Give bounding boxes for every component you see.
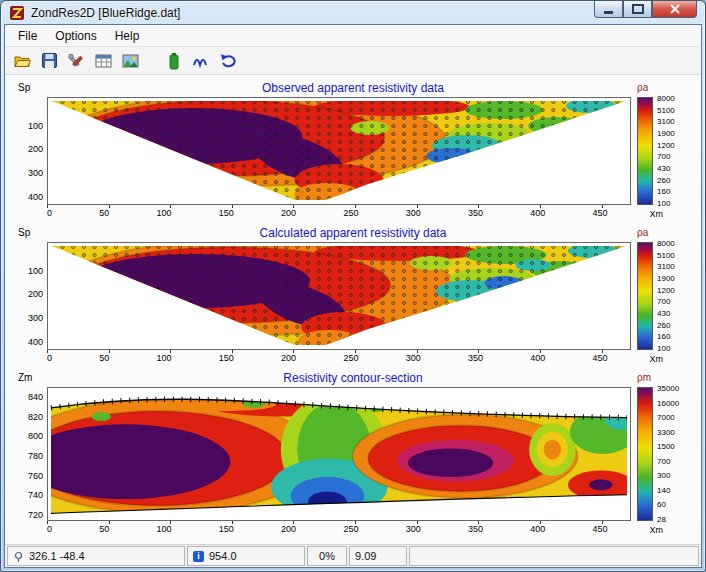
calculated-pseudosection-plot[interactable] [47, 242, 631, 350]
window-title: ZondRes2D [BlueRidge.dat] [31, 6, 180, 20]
model-x-axis: 050100150200250300350400450 Xm [47, 521, 631, 538]
tools-button[interactable] [65, 50, 87, 72]
titlebar[interactable]: ZondRes2D [BlueRidge.dat] [1, 1, 705, 24]
x-tick-label: 150 [219, 208, 234, 218]
x-tick-label: 50 [99, 524, 109, 534]
y-tick-label: 400 [28, 337, 43, 347]
y-tick-label: 200 [28, 144, 43, 154]
calculated-x-axis-label: Xm [650, 354, 664, 364]
calculated-colorbar-gradient[interactable] [637, 242, 653, 350]
status-value-cell: i 954.0 [187, 546, 305, 566]
observed-pseudosection-plot[interactable] [47, 97, 631, 205]
tools-icon [67, 52, 85, 70]
colorbar-tick-label: 5100 [657, 251, 675, 260]
colorbar-tick-label: 35000 [657, 384, 679, 393]
observed-y-ticks: 100200300400 [28, 121, 43, 202]
menu-file[interactable]: File [9, 27, 46, 45]
colorbar-tick-label: 28 [657, 515, 679, 524]
undo-button[interactable] [217, 50, 239, 72]
panel-calculated: Calculated apparent resistivity data Sp … [13, 226, 693, 367]
x-tick-label: 150 [219, 353, 234, 363]
x-tick-label: 300 [406, 524, 421, 534]
x-tick-label: 450 [593, 353, 608, 363]
y-tick-label: 780 [28, 451, 43, 461]
x-tick-label: 400 [530, 353, 545, 363]
undo-icon [219, 52, 237, 70]
status-empty-cell [409, 546, 699, 566]
menu-help[interactable]: Help [106, 27, 149, 45]
panel-calculated-title: Calculated apparent resistivity data [13, 226, 693, 242]
menu-options[interactable]: Options [46, 27, 105, 45]
x-tick-label: 350 [468, 353, 483, 363]
panel-observed-title: Observed apparent resistivity data [13, 81, 693, 97]
observed-colorbar: ρa 80005100310019001200700430260160100 [631, 97, 693, 205]
status-progress: 0% [319, 550, 335, 562]
waves-button[interactable] [190, 50, 212, 72]
status-progress-cell: 0% [307, 546, 347, 566]
y-tick-label: 100 [28, 266, 43, 276]
calculated-colorbar-ticks: 80005100310019001200700430260160100 [657, 239, 675, 353]
calculated-y-ticks: 100200300400 [28, 266, 43, 347]
calculated-y-axis-label: Sp [18, 227, 30, 238]
model-colorbar-label: ρm [637, 372, 651, 383]
run-button[interactable] [163, 50, 185, 72]
x-tick-label: 300 [406, 353, 421, 363]
save-icon [41, 52, 58, 69]
maximize-button[interactable] [623, 1, 652, 18]
colorbar-tick-label: 100 [657, 344, 675, 353]
x-tick-label: 350 [468, 524, 483, 534]
x-tick-label: 150 [219, 524, 234, 534]
window-client-frame: File Options Help [4, 24, 702, 568]
model-y-axis: Zm 840820800780760740720 [13, 387, 47, 521]
model-colorbar: ρm 35000160007000330015007003001406028 [631, 387, 693, 521]
close-icon [670, 4, 680, 14]
x-tick-label: 450 [593, 208, 608, 218]
close-button[interactable] [652, 1, 697, 18]
colorbar-tick-label: 16000 [657, 399, 679, 408]
observed-colorbar-ticks: 80005100310019001200700430260160100 [657, 94, 675, 208]
model-colorbar-gradient[interactable] [637, 387, 653, 521]
x-tick-label: 350 [468, 208, 483, 218]
model-x-ticks: 050100150200250300350400450 [47, 524, 631, 534]
y-tick-label: 820 [28, 412, 43, 422]
colorbar-tick-label: 260 [657, 176, 675, 185]
y-tick-label: 100 [28, 121, 43, 131]
panel-observed: Observed apparent resistivity data Sp 10… [13, 81, 693, 222]
x-tick-label: 400 [530, 524, 545, 534]
colorbar-tick-label: 5100 [657, 106, 675, 115]
model-x-axis-label: Xm [650, 525, 664, 535]
colorbar-tick-label: 1200 [657, 141, 675, 150]
table-button[interactable] [92, 50, 114, 72]
cursor-position-icon [13, 551, 24, 562]
image-button[interactable] [119, 50, 141, 72]
observed-colorbar-label: ρa [637, 82, 648, 93]
chart-area: Observed apparent resistivity data Sp 10… [5, 75, 701, 544]
calculated-colorbar: ρa 80005100310019001200700430260160100 [631, 242, 693, 350]
status-coordinates-cell: 326.1 -48.4 [7, 546, 185, 566]
status-value: 954.0 [209, 550, 237, 562]
x-tick-label: 200 [281, 353, 296, 363]
calculated-colorbar-label: ρa [637, 227, 648, 238]
colorbar-tick-label: 7000 [657, 413, 679, 422]
model-colorbar-ticks: 35000160007000330015007003001406028 [657, 384, 679, 524]
colorbar-tick-label: 430 [657, 309, 675, 318]
save-button[interactable] [38, 50, 60, 72]
status-extra-cell: 9.09 [349, 546, 407, 566]
colorbar-tick-label: 1500 [657, 442, 679, 451]
model-contour-plot[interactable] [47, 387, 631, 521]
menubar: File Options Help [5, 25, 701, 47]
y-tick-label: 720 [28, 510, 43, 520]
x-tick-label: 100 [157, 208, 172, 218]
x-tick-label: 100 [157, 353, 172, 363]
minimize-button[interactable] [594, 1, 623, 18]
open-file-button[interactable] [11, 50, 33, 72]
x-tick-label: 100 [157, 524, 172, 534]
x-tick-label: 200 [281, 524, 296, 534]
status-extra: 9.09 [355, 550, 376, 562]
colorbar-tick-label: 3100 [657, 117, 675, 126]
observed-y-axis-label: Sp [18, 82, 30, 93]
observed-colorbar-gradient[interactable] [637, 97, 653, 205]
colorbar-tick-label: 3300 [657, 428, 679, 437]
observed-x-axis-label: Xm [650, 209, 664, 219]
y-tick-label: 300 [28, 168, 43, 178]
